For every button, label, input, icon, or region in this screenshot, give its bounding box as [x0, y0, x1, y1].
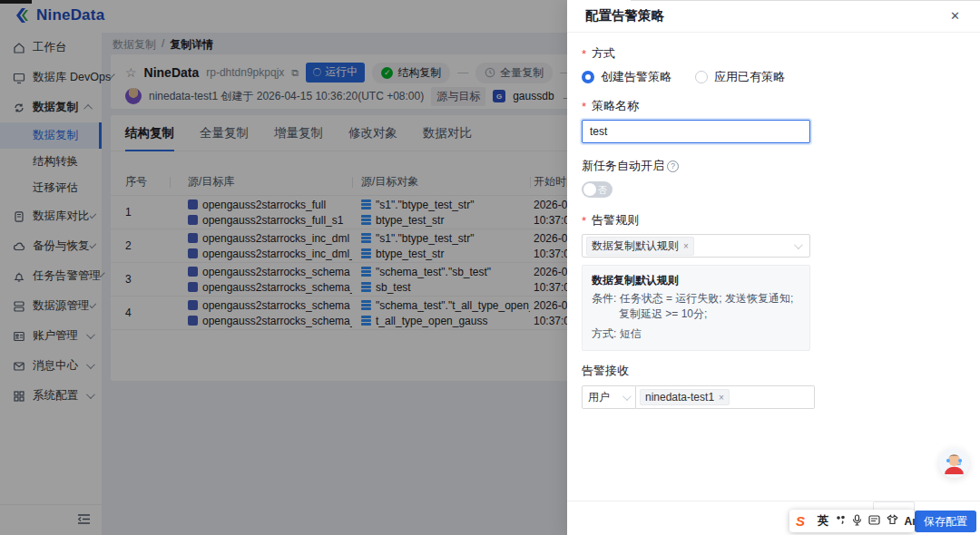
receive-type-select[interactable]: 用户	[582, 385, 636, 409]
radio-unselected-icon	[695, 71, 708, 83]
alert-receive-row: 用户 ninedata-test1 ×	[582, 385, 965, 409]
window-edge-strip	[0, 0, 32, 4]
switch-knob	[583, 183, 596, 196]
remove-tag-icon[interactable]: ×	[683, 241, 689, 251]
radio-selected-icon	[582, 71, 594, 83]
policy-name-label: 策略名称	[582, 98, 965, 114]
alert-rule-label: 告警规则	[582, 212, 965, 229]
handwriting-dots-icon[interactable]	[836, 515, 846, 528]
window-edge-line	[631, 0, 980, 1]
rule-condition-line2: 复制延迟 >= 10分;	[592, 306, 800, 322]
receive-user-tag: ninedata-test1 ×	[640, 389, 730, 405]
drawer-body: 方式 创建告警策略 应用已有策略 策略名称 新任务自动开启 ? 否	[567, 33, 980, 409]
rule-mode-line: 方式: 短信	[592, 326, 800, 342]
policy-name-input[interactable]	[582, 120, 810, 143]
sogou-logo-icon[interactable]: S	[796, 514, 805, 528]
chevron-down-icon	[794, 240, 803, 249]
mode-label: 方式	[582, 45, 965, 62]
alert-rule-tag: 数据复制默认规则 ×	[586, 237, 694, 256]
radio-create-policy[interactable]: 创建告警策略	[582, 69, 671, 85]
help-circle-icon[interactable]: ?	[667, 160, 679, 172]
radio-apply-existing-policy[interactable]: 应用已有策略	[695, 69, 785, 85]
save-config-button[interactable]: 保存配置	[915, 511, 976, 532]
ime-language-toggle[interactable]: 英	[818, 513, 829, 529]
microphone-icon[interactable]	[852, 514, 862, 529]
drawer-footer: 保存配置	[567, 501, 980, 535]
drawer-title: 配置告警策略	[585, 7, 664, 24]
rule-condition-line1: 条件: 任务状态 = 运行失败; 发送恢复通知;	[592, 291, 800, 306]
drawer-overlay-mask[interactable]	[0, 0, 567, 535]
drawer-header: 配置告警策略 ✕	[567, 0, 980, 33]
auto-enable-label: 新任务自动开启 ?	[582, 158, 965, 174]
remove-tag-icon[interactable]: ×	[719, 393, 724, 403]
alert-rule-select[interactable]: 数据复制默认规则 ×	[582, 234, 810, 258]
app-window: NineData 工作台 数据库 DevOps 数据复制 数据复制 结构转换 迁…	[0, 0, 980, 535]
close-icon[interactable]: ✕	[950, 9, 960, 23]
chevron-down-icon	[622, 392, 632, 401]
rule-detail-box: 数据复制默认规则 条件: 任务状态 = 运行失败; 发送恢复通知; 复制延迟 >…	[582, 265, 810, 351]
receive-user-input[interactable]: ninedata-test1 ×	[636, 385, 815, 409]
alert-receive-section: 告警接收 用户 ninedata-test1 ×	[582, 363, 965, 409]
ime-toolbar[interactable]: S 英 Aı	[789, 510, 915, 532]
alert-policy-drawer: 配置告警策略 ✕ 方式 创建告警策略 应用已有策略 策略名称 新任务自动开启 ?	[567, 0, 980, 535]
switch-off-text: 否	[598, 184, 607, 197]
auto-enable-switch[interactable]: 否	[582, 181, 612, 198]
support-avatar-button[interactable]	[939, 448, 969, 478]
rule-detail-title: 数据复制默认规则	[592, 273, 800, 288]
skin-shirt-icon[interactable]	[887, 514, 898, 528]
support-avatar	[939, 448, 969, 478]
font-size-icon[interactable]: Aı	[905, 515, 916, 528]
alert-receive-label: 告警接收	[582, 363, 965, 379]
ime-panel-icon[interactable]	[868, 515, 880, 528]
mode-radio-group: 创建告警策略 应用已有策略	[582, 69, 965, 85]
